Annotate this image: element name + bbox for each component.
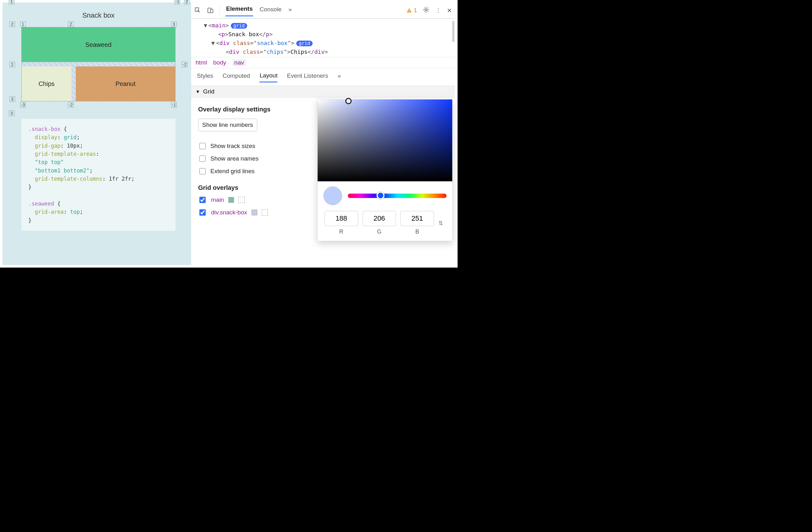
checkbox-extend-lines[interactable]: [199, 168, 206, 174]
overlay-name-main[interactable]: main: [211, 196, 224, 204]
svg-rect-2: [409, 10, 410, 11]
crumb-html[interactable]: html: [195, 59, 207, 66]
gear-icon[interactable]: [423, 6, 430, 15]
ptab-layout[interactable]: Layout: [259, 71, 277, 83]
color-b-input[interactable]: [400, 211, 434, 226]
grid-line-label: 2: [184, 0, 190, 4]
rendered-page-preview: Snack box Seaweed Chips Peanut 1 -1 2 2 …: [2, 2, 191, 265]
ptab-computed[interactable]: Computed: [223, 72, 250, 82]
grid-line-label: 3: [10, 96, 15, 102]
saturation-field[interactable]: [318, 99, 452, 181]
sidebar-panel-tabs: Styles Computed Layout Event Listeners »: [191, 68, 455, 86]
grid-line-label: -3: [20, 102, 26, 108]
overlay-color-swatch[interactable]: [228, 197, 234, 203]
kebab-icon[interactable]: ⋮: [435, 7, 441, 14]
hue-slider[interactable]: [348, 194, 447, 198]
grid-line-label: 1: [20, 22, 26, 27]
grid-line-label: 3: [9, 111, 14, 116]
dom-tree[interactable]: ▼<main>grid <p>Snack box</p> ▼<div class…: [191, 18, 455, 57]
warning-badge[interactable]: 1: [406, 7, 417, 14]
color-g-input[interactable]: [363, 211, 396, 226]
grid-badge[interactable]: grid: [296, 41, 313, 46]
grid-line-label: 2: [68, 22, 74, 27]
grid-line-label: 3: [171, 22, 177, 27]
svg-point-4: [425, 9, 427, 10]
grid-section-header[interactable]: ▼ Grid: [191, 86, 455, 98]
label-track-sizes: Show track sizes: [211, 143, 255, 150]
saturation-knob[interactable]: [345, 98, 352, 104]
grid-line-label: -1: [175, 0, 180, 4]
hue-knob[interactable]: [377, 192, 384, 199]
page-title: Snack box: [21, 11, 175, 19]
color-preview-circle[interactable]: [323, 186, 342, 205]
crumb-body[interactable]: body: [213, 59, 226, 66]
layout-mini-icon[interactable]: [262, 209, 268, 215]
devtools-panel: Elements Console » 1 ⋮ ✕ ▼<main>grid <p>…: [191, 2, 455, 265]
css-code-sample: .snack-box { display: grid; grid-gap: 10…: [21, 119, 175, 231]
grid-section-label: Grid: [203, 88, 215, 95]
label-g: G: [363, 228, 396, 235]
tab-elements[interactable]: Elements: [226, 4, 253, 16]
scrollbar-thumb[interactable]: [452, 21, 454, 42]
grid-cell-seaweed: Seaweed: [22, 27, 175, 62]
line-numbers-dropdown[interactable]: Show line numbers: [198, 119, 257, 131]
grid-line-label: 2: [10, 62, 15, 67]
grid-line-label: -2: [68, 102, 74, 108]
overlay-checkbox-main[interactable]: [199, 197, 206, 203]
snack-box-grid: Seaweed Chips Peanut: [21, 27, 175, 101]
overlay-name-snackbox[interactable]: div.snack-box: [211, 209, 247, 216]
disclosure-triangle-icon[interactable]: ▼: [204, 22, 207, 29]
grid-line-label: 1: [9, 0, 14, 4]
disclosure-triangle-icon[interactable]: ▼: [211, 40, 215, 46]
color-format-toggle-icon[interactable]: ⇅: [438, 220, 445, 227]
overlay-checkbox-snackbox[interactable]: [199, 209, 206, 215]
svg-rect-1: [211, 9, 213, 13]
close-icon[interactable]: ✕: [447, 7, 452, 14]
warning-count: 1: [414, 7, 417, 14]
color-picker-popover[interactable]: R G B ⇅: [317, 99, 452, 241]
label-b: B: [400, 228, 434, 235]
color-r-input[interactable]: [324, 211, 358, 226]
breadcrumb[interactable]: html body nav: [191, 57, 455, 68]
grid-line-label: -2: [182, 62, 187, 67]
svg-rect-3: [409, 11, 410, 12]
tab-more[interactable]: »: [288, 5, 292, 16]
label-extend-lines: Extend grid lines: [211, 168, 255, 175]
grid-badge[interactable]: grid: [231, 23, 247, 29]
crumb-nav[interactable]: nav: [232, 59, 246, 66]
grid-cell-chips: Chips: [22, 67, 71, 101]
checkbox-track-sizes[interactable]: [199, 143, 206, 149]
grid-line-label: 2: [10, 22, 15, 27]
devtools-toolbar: Elements Console » 1 ⋮ ✕: [191, 2, 455, 18]
device-toggle-icon[interactable]: [207, 7, 214, 14]
grid-cell-peanut: Peanut: [76, 67, 175, 101]
grid-line-label: -1: [171, 102, 177, 108]
label-area-names: Show area names: [211, 155, 259, 162]
tab-console[interactable]: Console: [259, 5, 282, 16]
label-r: R: [324, 228, 358, 235]
ptab-styles[interactable]: Styles: [197, 72, 213, 82]
ptab-listeners[interactable]: Event Listeners: [287, 72, 328, 82]
checkbox-area-names[interactable]: [199, 155, 206, 162]
overlay-color-swatch[interactable]: [251, 210, 257, 215]
layout-mini-icon[interactable]: [238, 197, 245, 203]
disclosure-triangle-icon[interactable]: ▼: [195, 89, 200, 94]
inspect-icon[interactable]: [194, 7, 201, 14]
ptab-more[interactable]: »: [337, 72, 341, 82]
